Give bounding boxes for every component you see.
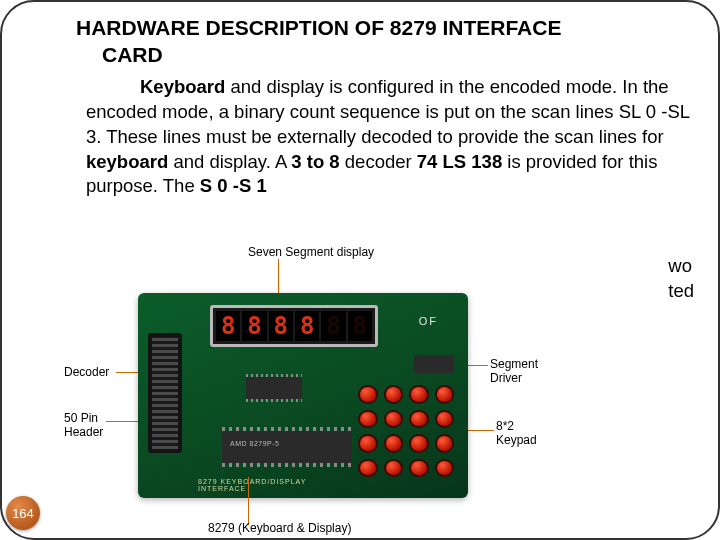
annot-header: 50 Pin Header xyxy=(64,411,103,440)
8279-chip: AMD 8279P-5 xyxy=(222,431,352,463)
kw-keyboard-1: Keyboard xyxy=(140,76,225,97)
annot-seven-seg: Seven Segment display xyxy=(248,245,374,259)
keypad-key xyxy=(384,434,404,453)
board-silkscreen: 8279 KEYBOARD/DISPLAY INTERFACE xyxy=(198,478,348,490)
para-t3: and display. A xyxy=(168,151,291,172)
keypad-key xyxy=(409,410,429,429)
chip-label: AMD 8279P-5 xyxy=(230,440,279,447)
keypad-key xyxy=(409,434,429,453)
decoder-chip xyxy=(246,377,302,399)
kw-74ls138: 74 LS 138 xyxy=(417,151,502,172)
keypad-key xyxy=(409,459,429,478)
figure-caption: 8279 (Keyboard & Display) xyxy=(208,521,351,535)
frag-1: wo xyxy=(668,255,692,276)
title-line-1: HARDWARE DESCRIPTION OF 8279 INTERFACE xyxy=(76,16,561,39)
keypad-key xyxy=(358,434,378,453)
page-number-badge: 164 xyxy=(6,496,40,530)
page-number: 164 xyxy=(12,506,34,521)
keypad-key xyxy=(435,410,455,429)
keypad-key xyxy=(358,410,378,429)
para-t4: decoder xyxy=(340,151,417,172)
digit xyxy=(242,311,266,341)
segment-driver-chip xyxy=(414,355,454,373)
board-text-of: OF xyxy=(419,315,438,327)
title-line-2: CARD xyxy=(76,43,163,66)
annot-keypad: 8*2 Keypad xyxy=(496,419,537,448)
keypad-key xyxy=(358,385,378,404)
keypad-grid xyxy=(358,385,454,477)
digit xyxy=(295,311,319,341)
para-t1: and display is configured in the xyxy=(225,76,489,97)
board-figure: Seven Segment display Segment Driver 8*2… xyxy=(58,245,568,535)
digit xyxy=(348,311,372,341)
keypad-key xyxy=(384,410,404,429)
keypad-key xyxy=(384,459,404,478)
keypad-key xyxy=(435,459,455,478)
seven-segment-display xyxy=(210,305,378,347)
keypad-key xyxy=(435,385,455,404)
truncated-text-right: wo ted xyxy=(668,254,694,304)
kw-s0s1: S 0 -S 1 xyxy=(200,175,267,196)
pcb-board: OF AMD 8279P-5 8279 KEYBOARD/DISPLAY INT… xyxy=(138,293,468,498)
slide-body: Keyboard and display is configured in th… xyxy=(76,75,690,200)
pin-header xyxy=(148,333,182,453)
frag-2: ted xyxy=(668,280,694,301)
digit xyxy=(216,311,240,341)
slide-title: HARDWARE DESCRIPTION OF 8279 INTERFACE C… xyxy=(76,14,690,69)
annot-segment-driver: Segment Driver xyxy=(490,357,538,386)
keypad-key xyxy=(435,434,455,453)
keypad-key xyxy=(409,385,429,404)
annot-decoder: Decoder xyxy=(64,365,109,379)
slide-content: HARDWARE DESCRIPTION OF 8279 INTERFACE C… xyxy=(76,14,690,199)
keypad-key xyxy=(358,459,378,478)
kw-keyboard-2: keyboard xyxy=(86,151,168,172)
leader-caption xyxy=(248,477,249,525)
keypad-key xyxy=(384,385,404,404)
digit xyxy=(321,311,345,341)
digit xyxy=(269,311,293,341)
kw-3to8: 3 to 8 xyxy=(291,151,339,172)
